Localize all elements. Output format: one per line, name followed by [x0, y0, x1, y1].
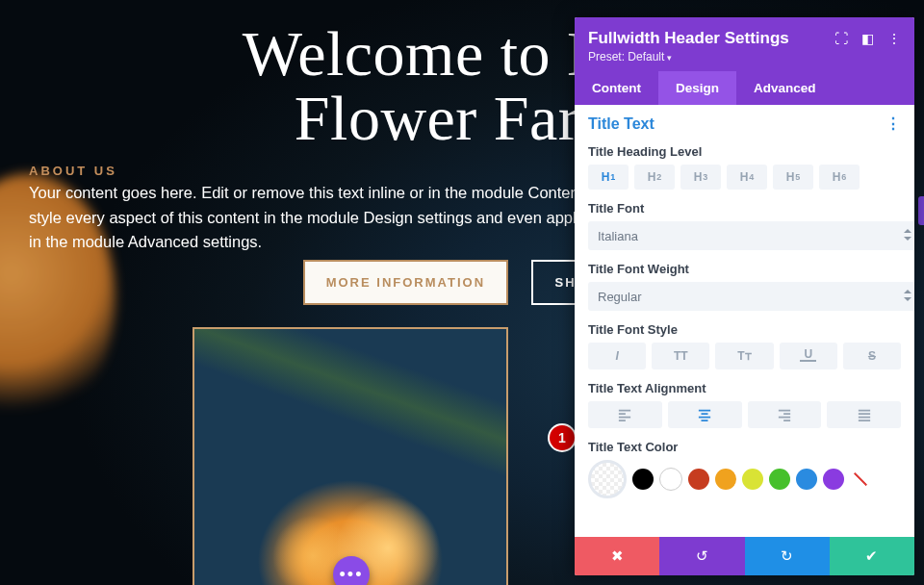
preset-dropdown[interactable]: Preset: Default: [588, 50, 901, 64]
kebab-menu-icon[interactable]: ⋮: [887, 31, 901, 46]
label-title-font: Title Font: [588, 201, 901, 216]
color-yellow[interactable]: [742, 469, 763, 490]
cancel-button[interactable]: ✖: [575, 537, 659, 575]
color-swatch-row: [588, 460, 901, 498]
align-justify[interactable]: [827, 401, 901, 428]
label-heading-level: Title Heading Level: [588, 144, 901, 159]
color-green[interactable]: [769, 469, 790, 490]
align-center[interactable]: [668, 401, 742, 428]
panel-body[interactable]: Title Text ⋮ Title Heading Level H1 H2 H…: [575, 105, 914, 537]
heading-level-h4[interactable]: H4: [727, 165, 767, 190]
heading-level-group: H1 H2 H3 H4 H5 H6: [588, 165, 901, 190]
color-purple[interactable]: [823, 469, 844, 490]
annotation-badge-1: 1: [550, 425, 575, 450]
redo-button[interactable]: ↻: [745, 537, 830, 575]
tab-content[interactable]: Content: [575, 71, 658, 105]
color-orange[interactable]: [715, 469, 736, 490]
color-current[interactable]: [588, 460, 627, 498]
hero-image[interactable]: [192, 327, 508, 585]
title-font-select[interactable]: Italiana: [588, 221, 914, 250]
panel-header[interactable]: Fullwidth Header Settings ⛶ ◧ ⋮ Preset: …: [575, 17, 914, 71]
panel-tabs: Content Design Advanced: [575, 71, 914, 105]
section-title[interactable]: Title Text: [588, 115, 654, 133]
color-blue[interactable]: [796, 469, 817, 490]
module-options-fab[interactable]: •••: [333, 556, 370, 585]
color-white[interactable]: [659, 468, 682, 491]
label-title-alignment: Title Text Alignment: [588, 381, 901, 395]
settings-panel: Fullwidth Header Settings ⛶ ◧ ⋮ Preset: …: [575, 17, 914, 575]
more-information-button[interactable]: MORE INFORMATION: [303, 260, 508, 305]
section-menu-icon[interactable]: ⋮: [886, 114, 901, 133]
label-title-font-style: Title Font Style: [588, 322, 901, 337]
focus-icon[interactable]: ⛶: [834, 31, 848, 46]
responsive-icon[interactable]: ◧: [861, 31, 874, 46]
about-subheading: ABOUT US: [29, 164, 117, 178]
title-font-weight-select[interactable]: Regular: [588, 282, 914, 311]
heading-level-h3[interactable]: H3: [680, 165, 721, 190]
heading-level-h5[interactable]: H5: [773, 165, 813, 190]
color-red[interactable]: [688, 469, 709, 490]
heading-level-h6[interactable]: H6: [819, 165, 860, 190]
font-style-group: I TT Tᴛ U S: [588, 343, 901, 369]
panel-title: Fullwidth Header Settings: [588, 29, 789, 48]
color-none[interactable]: [850, 469, 871, 490]
save-button[interactable]: ✔: [830, 537, 914, 575]
panel-footer: ✖ ↺ ↻ ✔: [575, 537, 914, 575]
text-alignment-group: [588, 401, 901, 428]
font-style-underline[interactable]: U: [780, 343, 837, 369]
font-style-uppercase[interactable]: TT: [652, 343, 709, 369]
heading-level-h1[interactable]: H1: [588, 165, 629, 190]
undo-button[interactable]: ↺: [659, 537, 744, 575]
font-style-strikethrough[interactable]: S: [843, 343, 901, 369]
color-black[interactable]: [632, 469, 654, 490]
panel-drag-handle[interactable]: [918, 196, 924, 225]
heading-level-h2[interactable]: H2: [634, 165, 675, 190]
font-style-smallcaps[interactable]: Tᴛ: [715, 343, 773, 369]
tab-design[interactable]: Design: [658, 71, 736, 105]
label-title-font-weight: Title Font Weight: [588, 262, 901, 276]
align-right[interactable]: [748, 401, 822, 428]
label-title-color: Title Text Color: [588, 440, 901, 454]
font-style-italic[interactable]: I: [588, 343, 646, 369]
align-left[interactable]: [588, 401, 662, 428]
tab-advanced[interactable]: Advanced: [736, 71, 834, 105]
